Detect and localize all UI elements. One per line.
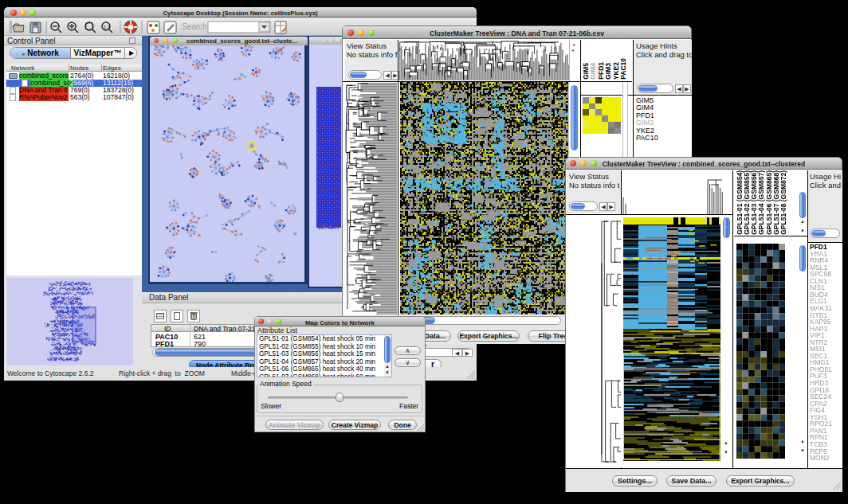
svg-text:1:1: 1:1 [104, 25, 111, 29]
svg-text:Search:: Search: [182, 22, 209, 31]
